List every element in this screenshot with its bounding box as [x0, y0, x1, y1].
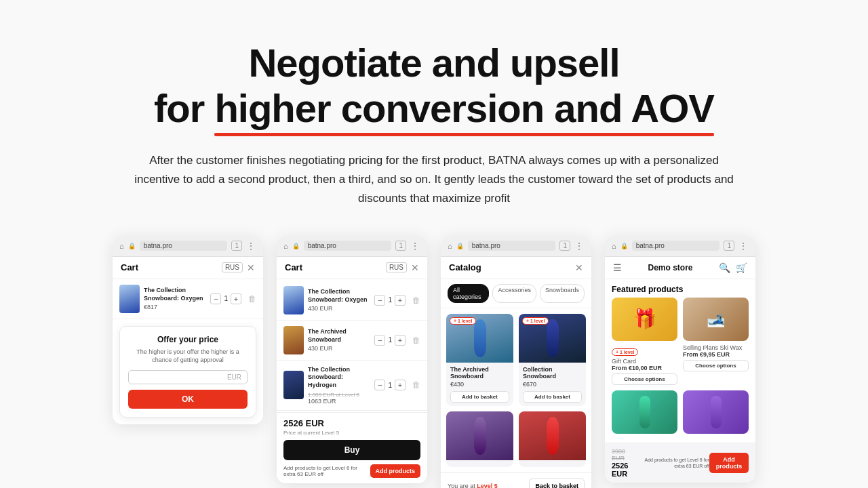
catalog-product-name-2: Collection Snowboard [523, 366, 582, 380]
home-icon-3: ⌂ [448, 242, 452, 250]
qty-decrease-1[interactable]: − [210, 293, 221, 304]
trash-2a[interactable]: 🗑 [412, 296, 420, 305]
qty-inc-2b[interactable]: + [395, 335, 406, 346]
trash-2c[interactable]: 🗑 [412, 380, 420, 390]
catalog-add-btn-1[interactable]: Add to basket [450, 391, 509, 403]
catalog-product-img-3 [446, 411, 513, 460]
home-icon: ⌂ [119, 242, 124, 250]
qty-inc-2a[interactable]: + [395, 295, 406, 306]
screenshot-card-2: ⌂ 🔒 batna.pro 1 ⋮ Cart RUS ✕ The Collect… [277, 236, 427, 483]
qty-dec-2b[interactable]: − [374, 335, 385, 346]
catalog-product-info-3 [446, 460, 513, 467]
name-2c: The Collection Snowboard: Hydrogen [308, 366, 370, 390]
featured-title: Featured products [605, 279, 755, 298]
catalog-add-btn-2[interactable]: Add to basket [523, 391, 582, 403]
trash-2b[interactable]: 🗑 [412, 336, 420, 345]
store-bottom-info: 3900 EUR 2526 EUR [612, 448, 637, 478]
tab-icon-4: 1 [724, 241, 734, 251]
store-header-icons: 🔍 🛒 [719, 262, 747, 273]
hamburger-icon[interactable]: ☰ [613, 262, 622, 273]
catalog-product-name-1: The Archived Snowboard [450, 366, 509, 380]
catalog-level-highlight: Level 5 [477, 483, 498, 488]
cart-item-2a: The Collection Snowboard: Oxygen 430 EUR… [277, 281, 427, 321]
trash-icon-1[interactable]: 🗑 [248, 294, 256, 304]
cart-header-1: Cart RUS ✕ [113, 257, 263, 279]
featured-products: 🎁 + 1 level Gift Card From €10,00 EUR Ch… [605, 298, 755, 443]
buy-button-2[interactable]: Buy [283, 440, 420, 460]
catalog-product-img-4 [519, 411, 586, 460]
catalog-back-btn[interactable]: Back to basket [529, 479, 585, 488]
tab-icon: 1 [231, 241, 242, 251]
feat-choose-btn-2[interactable]: Choose options [683, 360, 749, 371]
store-current-price: 2526 EUR [612, 462, 637, 478]
upsell-btn-2[interactable]: Add products [370, 464, 421, 478]
lock-icon-2: 🔒 [292, 243, 300, 249]
screenshot-card-3: ⌂ 🔒 batna.pro 1 ⋮ Catalog ✕ All categori… [441, 236, 591, 488]
browser-bar-2: ⌂ 🔒 batna.pro 1 ⋮ [277, 236, 427, 257]
catalog-product-info-4 [519, 460, 586, 467]
browser-bar-3: ⌂ 🔒 batna.pro 1 ⋮ [441, 236, 591, 257]
store-add-btn[interactable]: Add products [709, 453, 749, 473]
cart-header-2: Cart RUS ✕ [277, 257, 427, 279]
qty-num-1: 1 [224, 295, 228, 302]
catalog-product-1: + 1 level The Archived Snowboard €430 Ad… [446, 314, 513, 406]
screenshot-card-4: ⌂ 🔒 batna.pro 1 ⋮ ☰ Demo store 🔍 🛒 Featu… [605, 236, 755, 483]
cart-item-info-1: The Collection Snowboard: Oxygen €817 [144, 287, 206, 310]
catalog-product-price-1: €430 [450, 381, 509, 388]
info-2a: The Collection Snowboard: Oxygen 430 EUR [308, 288, 370, 312]
offer-input[interactable] [134, 373, 227, 381]
cart-icon[interactable]: 🛒 [736, 262, 747, 273]
offer-box: Offer your price The higher is your offe… [119, 326, 256, 418]
cart-bottom-2: 2526 EUR Price at current Level 5 Buy Ad… [277, 412, 427, 483]
filter-accessories[interactable]: Accessories [492, 284, 536, 303]
feat-img-1: 🎁 [612, 298, 677, 341]
home-icon-2: ⌂ [283, 242, 288, 250]
qty-dec-2c[interactable]: − [374, 380, 385, 390]
url-bar-1: batna.pro [140, 241, 228, 251]
search-icon[interactable]: 🔍 [719, 262, 730, 273]
menu-dots-2: ⋮ [410, 241, 420, 251]
price-2a: 430 EUR [308, 305, 370, 312]
menu-dots: ⋮ [246, 241, 256, 251]
offer-currency: EUR [227, 373, 241, 381]
cart-title-1: Cart [121, 262, 138, 272]
cart-items-list: The Collection Snowboard: Oxygen 430 EUR… [277, 279, 427, 412]
feat-product-name-1: Gift Card [612, 358, 677, 365]
feat-choose-btn-1[interactable]: Choose options [612, 373, 677, 385]
catalog-close[interactable]: ✕ [575, 262, 583, 273]
cart-upsell-row-2: Add products to get Level 6 for extra 63… [283, 464, 420, 478]
price-2c: 1.000 EUR at Level 6 1063 EUR [308, 391, 370, 405]
product-img-2b [283, 326, 304, 354]
qty-inc-2c[interactable]: + [395, 380, 406, 390]
catalog-products: + 1 level The Archived Snowboard €430 Ad… [441, 308, 591, 472]
store-title: Demo store [648, 263, 692, 272]
price-2b: 430 EUR [308, 345, 370, 352]
name-2b: The Archived Snowboard [308, 328, 370, 344]
catalog-header: Catalog ✕ [441, 257, 591, 279]
qty-2a: − 1 + [374, 295, 406, 306]
tab-icon-3: 1 [559, 241, 570, 251]
headline-highlight: higher conversion and AOV [214, 86, 714, 131]
cart-right-1: RUS ✕ [222, 262, 255, 273]
tab-icon-2: 1 [395, 241, 406, 251]
catalog-title: Catalog [449, 262, 481, 272]
cart-right-2: RUS ✕ [386, 262, 419, 273]
filter-snowboards[interactable]: Snowboards [540, 284, 585, 303]
offer-ok-button[interactable]: OK [128, 390, 248, 409]
lock-icon-4: 🔒 [620, 243, 628, 249]
upsell-text-2: Add products to get Level 6 for extra 63… [283, 465, 366, 477]
qty-increase-1[interactable]: + [231, 293, 241, 304]
headline-line2-pre: for [154, 86, 214, 130]
qty-dec-2a[interactable]: − [374, 295, 385, 306]
lang-selector-1[interactable]: RUS [222, 262, 243, 272]
close-btn-1[interactable]: ✕ [247, 262, 255, 273]
feat-img-4 [683, 390, 749, 434]
offer-input-row: EUR [128, 370, 248, 384]
catalog-product-info-2: Collection Snowboard €670 Add to basket [519, 363, 586, 406]
filter-all[interactable]: All categories [448, 284, 489, 303]
feat-img-2: 🎿 [683, 298, 749, 341]
close-btn-2[interactable]: ✕ [411, 262, 419, 273]
store-original-price: 3900 EUR [612, 448, 637, 462]
catalog-bottom: You are at Level 5 Back to basket [441, 472, 591, 488]
lang-selector-2[interactable]: RUS [386, 262, 407, 272]
